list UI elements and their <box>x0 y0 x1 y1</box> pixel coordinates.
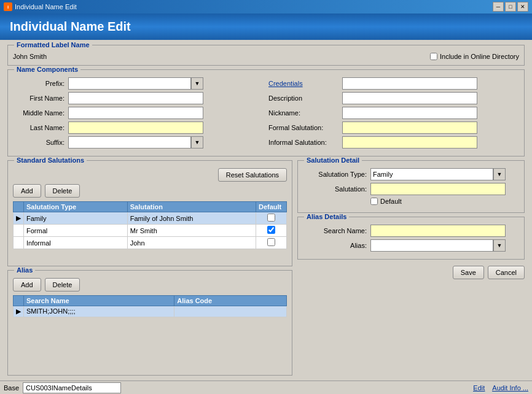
informal-salutation-label: Informal Salutation: <box>268 139 342 146</box>
include-online-label: Include in Online Directory <box>440 53 519 60</box>
alias-table: Search Name Alias Code ▶ SMITH;JOHN;;;; <box>13 295 287 317</box>
table-row[interactable]: Formal Mr Smith <box>14 225 287 237</box>
description-input[interactable] <box>342 92 477 104</box>
firstname-label: First Name: <box>13 95 68 102</box>
salutation-default-row: Default <box>303 198 519 205</box>
suffix-dropdown-btn[interactable]: ▼ <box>191 136 203 149</box>
status-field[interactable] <box>23 382 121 393</box>
page-header: Individual Name Edit <box>0 14 532 40</box>
col-salutation-type: Salutation Type <box>24 202 128 212</box>
alias-add-button[interactable]: Add <box>13 278 41 292</box>
restore-button[interactable]: □ <box>505 2 516 12</box>
formal-salutation-label: Formal Salutation: <box>268 124 342 131</box>
middlename-input[interactable] <box>68 107 203 119</box>
suffix-input[interactable] <box>68 136 191 149</box>
salutation-type-dropdown[interactable]: ▼ <box>493 168 506 180</box>
col-salutation: Salutation <box>127 202 256 212</box>
audit-link[interactable]: Audit Info ... <box>492 384 528 392</box>
default-checkbox[interactable] <box>267 214 275 222</box>
row-indicator: ▶ <box>14 212 24 225</box>
salutation-type-input[interactable] <box>370 168 493 180</box>
name-right-col: Credentials Description Nickname: Johnny <box>268 77 519 151</box>
reset-salutations-button[interactable]: Reset Salutations <box>218 168 287 182</box>
bottom-row: Standard Salutations Reset Salutations A… <box>7 160 525 376</box>
default-checkbox[interactable] <box>267 238 275 246</box>
reset-row: Reset Salutations <box>13 168 287 182</box>
include-online-row: Include in Online Directory <box>430 53 519 60</box>
salutation-type-row: Salutation Type: ▼ <box>303 168 519 180</box>
nickname-row: Nickname: Johnny <box>268 107 519 119</box>
salutation-type-cell: Formal <box>24 225 128 237</box>
credentials-label: Credentials <box>268 80 342 87</box>
salutations-table: Salutation Type Salutation Default ▶ Fam… <box>13 201 287 249</box>
standard-salutations-title: Standard Salutations <box>14 156 87 164</box>
title-bar-text: Individual Name Edit <box>15 3 77 10</box>
include-online-checkbox[interactable] <box>430 53 437 60</box>
alias-searchname-row: Search Name: SMITH;JOHN;;;; <box>303 225 519 237</box>
alias-searchname-input[interactable]: SMITH;JOHN;;;; <box>370 225 506 237</box>
firstname-row: First Name: John <box>13 92 264 104</box>
salutation-default-checkbox[interactable] <box>370 198 378 205</box>
salutation-value-input[interactable]: Family of John Smith <box>370 183 506 195</box>
lastname-label: Last Name: <box>13 124 68 131</box>
salutation-delete-button[interactable]: Delete <box>45 184 80 198</box>
salutation-value-label: Salutation: <box>303 185 370 193</box>
default-checkbox[interactable] <box>267 226 275 234</box>
salutation-type-cell: Family <box>24 212 128 225</box>
description-label: Description <box>268 95 342 102</box>
salutation-cell: John <box>127 237 256 249</box>
salutation-default-checkbox-row: Default <box>370 198 402 205</box>
app-icon: i <box>4 2 12 11</box>
salutation-add-button[interactable]: Add <box>13 184 41 198</box>
alias-code-cell <box>174 306 287 317</box>
title-bar: i Individual Name Edit ─ □ ✕ <box>0 0 532 14</box>
firstname-input[interactable]: John <box>68 92 203 104</box>
prefix-input[interactable] <box>68 77 191 90</box>
table-row[interactable]: Informal John <box>14 237 287 249</box>
lastname-input[interactable]: Smith <box>68 122 203 134</box>
alias-details-group: Alias Details Search Name: SMITH;JOHN;;;… <box>297 217 525 260</box>
alias-buttons: Add Delete <box>13 278 287 292</box>
main-window: Individual Name Edit Formatted Label Nam… <box>0 14 532 394</box>
alias-dropdown-btn[interactable]: ▼ <box>493 239 506 252</box>
alias-group: Alias Add Delete Search Name Alias Code <box>7 270 292 376</box>
alias-delete-button[interactable]: Delete <box>45 278 80 292</box>
right-panels: Salutation Detail Salutation Type: ▼ Sal… <box>297 160 525 376</box>
alias-searchname-label: Search Name: <box>303 227 370 234</box>
description-row: Description <box>268 92 519 104</box>
credentials-input[interactable] <box>342 77 477 90</box>
nickname-label: Nickname: <box>268 109 342 117</box>
row-indicator <box>14 225 24 237</box>
middlename-row: Middle Name: <box>13 107 264 119</box>
save-button[interactable]: Save <box>453 266 484 279</box>
salutation-value-row: Salutation: Family of John Smith <box>303 183 519 195</box>
nickname-input[interactable]: Johnny <box>342 107 477 119</box>
window-controls[interactable]: ─ □ ✕ <box>493 2 528 12</box>
alias-value-input[interactable] <box>370 239 493 252</box>
formatted-label-title: Formatted Label Name <box>14 41 92 48</box>
informal-salutation-input[interactable]: John <box>342 136 477 149</box>
row-indicator <box>14 237 24 249</box>
salutation-buttons: Add Delete <box>13 184 287 198</box>
alias-searchname-cell: SMITH;JOHN;;;; <box>24 306 174 317</box>
cancel-button[interactable]: Cancel <box>488 266 525 279</box>
formal-salutation-input[interactable]: Mr. Smith <box>342 122 477 134</box>
credentials-row: Credentials <box>268 77 519 90</box>
prefix-dropdown-btn[interactable]: ▼ <box>191 77 203 90</box>
salutations-section: Standard Salutations Reset Salutations A… <box>7 160 292 376</box>
default-cell <box>256 237 287 249</box>
name-components-cols: Prefix: ▼ First Name: John Middle Name: <box>13 77 519 151</box>
default-cell <box>256 212 287 225</box>
prefix-label: Prefix: <box>13 80 68 87</box>
credentials-link[interactable]: Credentials <box>268 80 303 87</box>
minimize-button[interactable]: ─ <box>493 2 504 12</box>
list-item[interactable]: ▶ SMITH;JOHN;;;; <box>14 306 287 317</box>
lastname-row: Last Name: Smith <box>13 122 264 134</box>
action-row: Save Cancel <box>297 263 525 282</box>
table-row[interactable]: ▶ Family Family of John Smith <box>14 212 287 225</box>
close-button[interactable]: ✕ <box>517 2 528 12</box>
salutation-type-label: Salutation Type: <box>303 171 370 178</box>
salutation-detail-group: Salutation Detail Salutation Type: ▼ Sal… <box>297 160 525 213</box>
salutation-cell: Mr Smith <box>127 225 256 237</box>
edit-link[interactable]: Edit <box>473 384 485 392</box>
